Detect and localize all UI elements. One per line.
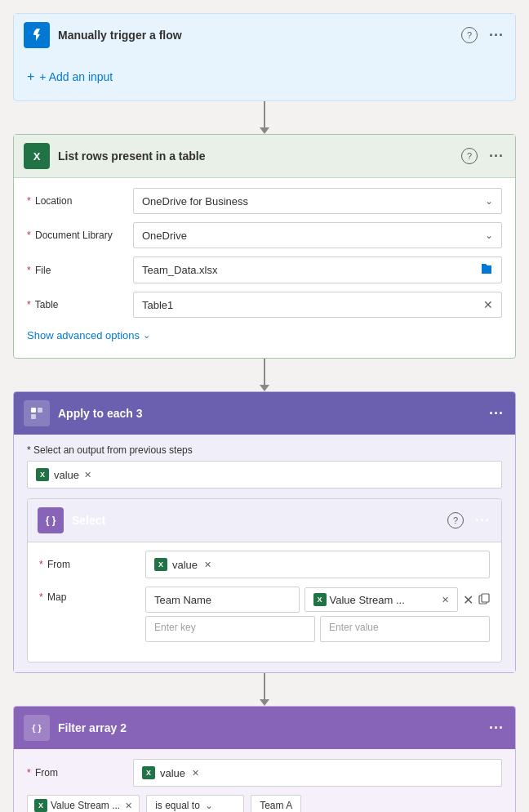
arrow-head: [260, 127, 269, 134]
add-input-label: + Add an input: [39, 70, 113, 83]
arrow-line-3: [264, 673, 265, 699]
location-label: * Location: [27, 195, 125, 207]
map-value-close[interactable]: ✕: [442, 595, 449, 605]
excel-icon: X: [24, 143, 50, 169]
file-browse-icon[interactable]: [480, 262, 493, 278]
show-advanced-label: Show advanced options: [27, 329, 140, 341]
condition-value-input[interactable]: Team A: [251, 795, 301, 812]
location-dropdown[interactable]: OneDrive for Business ⌄: [133, 188, 502, 214]
map-filled-row: Team Name X Value Stream ... ✕ ✕: [145, 587, 490, 613]
file-control[interactable]: Team_Data.xlsx: [133, 257, 502, 283]
excel-body: * Location OneDrive for Business ⌄ * Doc…: [14, 178, 515, 358]
filter-from-tag-icon: X: [142, 766, 155, 779]
select-from-input[interactable]: X value ✕: [145, 551, 490, 578]
doc-lib-dropdown[interactable]: OneDrive ⌄: [133, 222, 502, 248]
trigger-card: Manually trigger a flow ? ··· + + Add an…: [13, 13, 516, 101]
map-value-icon: X: [313, 593, 327, 606]
arrow-head-2: [260, 385, 269, 391]
apply-each-icon: [24, 400, 50, 426]
doc-lib-label: * Document Library: [27, 230, 125, 241]
location-row: * Location OneDrive for Business ⌄: [27, 188, 502, 214]
filter-from-input[interactable]: X value ✕: [133, 759, 502, 787]
location-value: OneDrive for Business: [142, 195, 248, 207]
map-value-placeholder-text: Enter value: [329, 622, 379, 633]
map-key-input[interactable]: Team Name: [145, 587, 300, 613]
map-label: * Map: [39, 587, 137, 603]
trigger-help-icon[interactable]: ?: [461, 27, 478, 43]
trigger-icon: [24, 22, 50, 48]
trigger-title: Manually trigger a flow: [58, 29, 453, 42]
value-tag-close[interactable]: ✕: [84, 470, 91, 480]
show-advanced-button[interactable]: Show advanced options ⌄: [27, 326, 150, 345]
value-tag: value ✕: [54, 469, 91, 481]
map-copy-button[interactable]: [478, 593, 490, 607]
filter-condition-row: X Value Stream ... ✕ is equal to ⌄ Team …: [27, 795, 502, 812]
doc-lib-value: OneDrive: [142, 230, 187, 242]
table-row: * Table Table1 ✕: [27, 292, 502, 318]
svg-rect-2: [31, 414, 36, 419]
condition-operator-dropdown[interactable]: is equal to ⌄: [146, 795, 244, 812]
trigger-actions: ? ···: [461, 25, 505, 46]
select-menu[interactable]: ···: [473, 511, 491, 531]
filter-from-tag-close[interactable]: ✕: [192, 768, 199, 779]
select-from-tag-icon: X: [154, 558, 167, 571]
map-value-input[interactable]: X Value Stream ... ✕: [305, 587, 459, 612]
filter-title: Filter array 2: [58, 721, 479, 734]
trigger-menu-button[interactable]: ···: [487, 25, 505, 46]
add-input-plus: +: [27, 69, 34, 84]
map-value-text: Value Stream ...: [330, 594, 438, 606]
filter-from-label: * From: [27, 767, 125, 779]
map-key-value: Team Name: [154, 594, 211, 606]
select-inner-card: { } Select ? ··· * From: [27, 498, 502, 663]
value-tag-icon: X: [36, 468, 49, 481]
trigger-header: Manually trigger a flow ? ···: [14, 14, 515, 56]
arrow-1: [260, 101, 269, 134]
excel-help-icon[interactable]: ?: [461, 148, 478, 164]
arrow-line-2: [264, 359, 265, 385]
table-control[interactable]: Table1 ✕: [133, 292, 502, 318]
add-input-button[interactable]: + + Add an input: [27, 66, 113, 87]
trigger-body: + + Add an input: [14, 56, 515, 100]
map-value-placeholder[interactable]: Enter value: [320, 616, 490, 642]
excel-menu-button[interactable]: ···: [487, 146, 505, 167]
condition-value-text: Team A: [260, 800, 292, 811]
excel-title: List rows present in a table: [58, 149, 453, 163]
table-clear-icon[interactable]: ✕: [483, 298, 493, 311]
arrow-head-3: [260, 699, 269, 706]
select-output-input[interactable]: X value ✕: [27, 461, 502, 489]
map-empty-row: Enter key Enter value: [145, 616, 490, 642]
arrow-2: [260, 359, 269, 391]
apply-each-header: Apply to each 3 ···: [14, 392, 515, 435]
condition-tag-close[interactable]: ✕: [125, 801, 132, 811]
condition-dropdown-chevron: ⌄: [205, 800, 213, 811]
apply-each-body: * Select an output from previous steps X…: [14, 435, 515, 672]
select-from-tag-close[interactable]: ✕: [204, 560, 211, 570]
map-key-placeholder-text: Enter key: [154, 622, 196, 633]
filter-header: { } Filter array 2 ···: [14, 707, 515, 749]
condition-tag: X Value Stream ... ✕: [27, 795, 140, 812]
excel-actions: ? ···: [461, 146, 505, 167]
map-delete-button[interactable]: ✕: [463, 592, 473, 608]
condition-tag-icon: X: [34, 799, 47, 812]
excel-card: X List rows present in a table ? ··· * L…: [13, 134, 516, 359]
table-value: Table1: [142, 299, 173, 311]
arrow-line: [264, 101, 265, 127]
file-label: * File: [27, 265, 125, 276]
filter-body: * From X value ✕ X Value Stream ... ✕ is…: [14, 749, 515, 812]
svg-rect-0: [31, 408, 36, 413]
filter-from-row: * From X value ✕: [27, 759, 502, 787]
filter-array-card: { } Filter array 2 ··· * From X value ✕: [13, 706, 516, 812]
apply-each-menu[interactable]: ···: [487, 404, 505, 424]
select-body: * From X value ✕ * Map: [28, 542, 501, 662]
apply-each-card: Apply to each 3 ··· * Select an output f…: [13, 391, 516, 673]
map-key-placeholder[interactable]: Enter key: [145, 616, 315, 642]
select-icon: { }: [38, 507, 64, 533]
filter-menu[interactable]: ···: [487, 718, 505, 738]
arrow-3: [260, 673, 269, 706]
select-header: { } Select ? ···: [28, 499, 501, 542]
excel-header: X List rows present in a table ? ···: [14, 135, 515, 178]
filter-from-tag-text: value: [160, 767, 185, 779]
select-help-icon[interactable]: ?: [447, 512, 464, 529]
map-row-container: * Map Team Name X Value S: [39, 587, 490, 642]
select-from-label: * From: [39, 559, 137, 570]
